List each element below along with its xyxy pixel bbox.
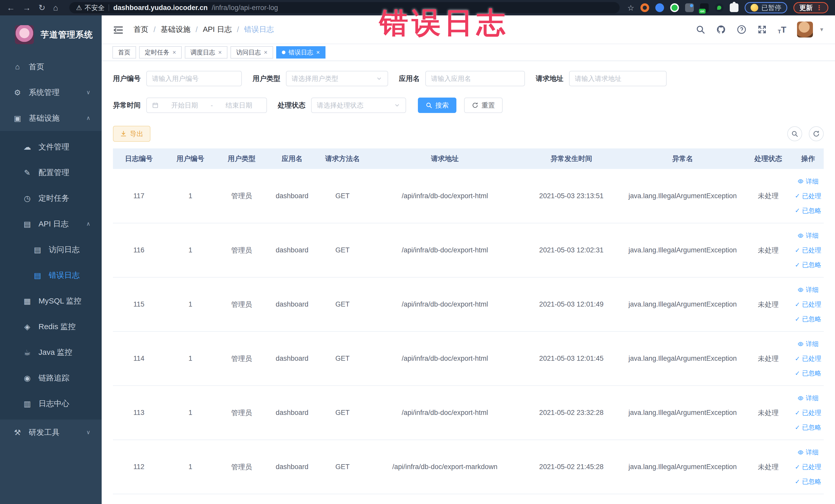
processed-link[interactable]: ✓已处理 [795, 192, 821, 200]
extension-icon-blue[interactable] [655, 3, 664, 12]
sidebar-item-java[interactable]: ☕Java 监控 [0, 339, 102, 365]
back-icon[interactable]: ← [7, 4, 15, 12]
cell-url: /api/infra/db-doc/export-html [368, 169, 522, 223]
extension-icon-green-check[interactable] [670, 3, 679, 12]
ignored-link[interactable]: ✓已忽略 [795, 423, 821, 431]
tab-item[interactable]: 调度日志× [185, 46, 227, 59]
processed-link[interactable]: ✓已处理 [795, 354, 821, 363]
close-tab-icon[interactable]: × [172, 49, 176, 56]
cell-exception: java.lang.IllegalArgumentException [621, 169, 744, 223]
sidebar-item-log[interactable]: ▤访问日志 [0, 237, 102, 262]
detail-link[interactable]: 详细 [797, 285, 819, 294]
sidebar-item-log[interactable]: ▤错误日志 [0, 262, 102, 288]
sidebar-item-tools[interactable]: ⚒研发工具∨ [0, 420, 102, 445]
sidebar-item-home[interactable]: ⌂首页 [0, 54, 102, 80]
paused-profile-chip[interactable]: 已暂停 [745, 2, 787, 13]
extensions-puzzle-icon[interactable] [730, 3, 738, 12]
request-url-input[interactable] [569, 71, 667, 86]
close-tab-icon[interactable]: × [316, 49, 320, 56]
sidebar-item-timer[interactable]: ◷定时任务 [0, 185, 102, 211]
sidebar-item-gear[interactable]: ⚙系统管理∨ [0, 80, 102, 105]
font-size-icon[interactable]: TT [778, 25, 786, 35]
eye-icon [797, 395, 804, 401]
close-tab-icon[interactable]: × [218, 49, 222, 56]
check-icon: ✓ [795, 356, 800, 362]
app-name-input[interactable] [425, 71, 525, 86]
toggle-search-button[interactable] [787, 126, 802, 141]
ignored-link[interactable]: ✓已忽略 [795, 369, 821, 378]
search-button[interactable]: 搜索 [418, 98, 456, 113]
avatar-caret-icon[interactable]: ▼ [819, 27, 824, 33]
forward-icon[interactable]: → [23, 4, 31, 12]
sidebar-item-cloud[interactable]: ☁文件管理 [0, 134, 102, 160]
sidebar-item-edit[interactable]: ✎配置管理 [0, 160, 102, 185]
fullscreen-icon[interactable] [757, 25, 767, 35]
ignored-link[interactable]: ✓已忽略 [795, 206, 821, 215]
processed-link[interactable]: ✓已处理 [795, 300, 821, 309]
extension-icon-on-badge[interactable]: on [700, 3, 709, 12]
table-row: 1161管理员dashboardGET/api/infra/db-doc/exp… [113, 223, 824, 277]
processed-link[interactable]: ✓已处理 [795, 463, 821, 471]
detail-link[interactable]: 详细 [797, 340, 819, 348]
cell-app: dashboard [267, 386, 317, 440]
user-type-select[interactable]: 请选择用户类型 [286, 71, 388, 86]
breadcrumb-infra[interactable]: 基础设施 [161, 24, 190, 35]
ignored-link[interactable]: ✓已忽略 [795, 261, 821, 269]
tab-active[interactable]: 错误日志× [276, 46, 325, 59]
menu-kebab-icon[interactable]: ⋮ [816, 4, 822, 12]
detail-link[interactable]: 详细 [797, 448, 819, 457]
ignored-link[interactable]: ✓已忽略 [795, 477, 821, 486]
not-secure-badge[interactable]: ⚠ 不安全 [76, 3, 104, 12]
breadcrumb-home[interactable]: 首页 [134, 24, 148, 35]
breadcrumb-api-log[interactable]: API 日志 [203, 24, 232, 35]
refresh-table-button[interactable] [809, 126, 824, 141]
processed-link[interactable]: ✓已处理 [795, 408, 821, 417]
cell-url: /api/infra/db-doc/export-html [368, 386, 522, 440]
eye-icon [797, 449, 804, 456]
close-tab-icon[interactable]: × [264, 49, 267, 56]
user-id-input[interactable] [146, 71, 242, 86]
update-button[interactable]: 更新 ⋮ [793, 2, 828, 13]
chevron-down-icon: ∨ [86, 429, 90, 436]
sidebar-item-log[interactable]: ▤API 日志∧ [0, 211, 102, 237]
home-icon[interactable]: ⌂ [53, 4, 58, 12]
column-header: 异常发生时间 [522, 148, 621, 169]
detail-link[interactable]: 详细 [797, 394, 819, 402]
sidebar-item-monitor[interactable]: ▣基础设施∧ [0, 105, 102, 131]
calendar-icon [152, 102, 159, 108]
filter-form: 用户编号 用户类型 请选择用户类型 应用名 [113, 71, 824, 113]
sidebar-item-redis[interactable]: ◈Redis 监控 [0, 314, 102, 339]
extension-icon-orange[interactable] [640, 3, 649, 12]
tab-item[interactable]: 访问日志× [230, 46, 273, 59]
bookmark-star-icon[interactable]: ☆ [627, 3, 634, 12]
cell-exception: java.lang.IllegalArgumentException [621, 223, 744, 277]
extension-icon-grid[interactable] [685, 3, 694, 12]
search-icon[interactable] [696, 25, 705, 35]
reload-icon[interactable]: ↻ [39, 4, 45, 12]
detail-link[interactable]: 详细 [797, 231, 819, 240]
tab-item[interactable]: 定时任务× [139, 46, 182, 59]
date-range-picker[interactable]: 开始日期 - 结束日期 [146, 98, 267, 113]
sidebar-item-mysql[interactable]: ▦MySQL 监控 [0, 288, 102, 314]
process-status-select[interactable]: 请选择处理状态 [311, 98, 406, 113]
search-icon [426, 102, 432, 108]
address-bar[interactable]: ⚠ 不安全 dashboard.yudao.iocoder.cn /infra/… [69, 2, 619, 13]
sidebar-item-trace[interactable]: ◉链路追踪 [0, 365, 102, 391]
sidebar-item-logcenter[interactable]: ▥日志中心 [0, 391, 102, 417]
user-avatar[interactable] [797, 22, 813, 38]
check-icon: ✓ [795, 247, 800, 254]
github-icon[interactable] [716, 25, 726, 35]
export-button[interactable]: 导出 [113, 126, 150, 142]
detail-link[interactable]: 详细 [797, 177, 819, 186]
ignored-link[interactable]: ✓已忽略 [795, 315, 821, 323]
cell-status: 未处理 [744, 331, 792, 386]
processed-link[interactable]: ✓已处理 [795, 246, 821, 255]
app-logo-row[interactable]: 芋道管理系统 [0, 15, 102, 54]
active-dot-icon [282, 51, 285, 54]
extension-icon-sprout[interactable] [715, 3, 724, 12]
cell-user_id: 1 [165, 169, 216, 223]
tab-item[interactable]: 首页 [113, 46, 136, 59]
reset-button[interactable]: 重置 [464, 98, 503, 113]
hamburger-icon[interactable] [113, 24, 124, 35]
help-icon[interactable] [737, 25, 747, 35]
